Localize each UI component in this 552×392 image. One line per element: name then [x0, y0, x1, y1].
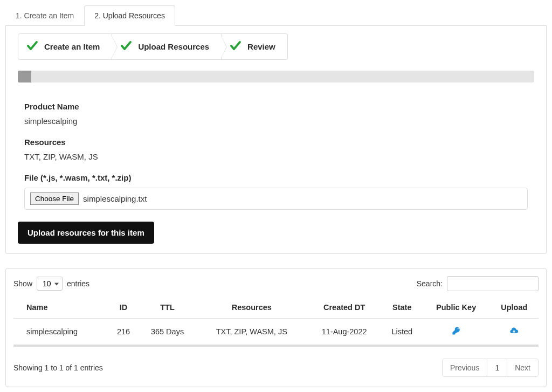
search-label: Search:: [417, 279, 443, 288]
upload-form: Product Name simplescalping Resources TX…: [6, 102, 546, 210]
pagination: Previous 1 Next: [442, 359, 539, 377]
product-name-label: Product Name: [24, 102, 528, 111]
col-resources[interactable]: Resources: [196, 297, 307, 319]
entries-select-wrap: 10: [37, 277, 63, 291]
check-icon: [229, 39, 242, 54]
col-upload[interactable]: Upload: [490, 297, 539, 319]
show-prefix: Show: [13, 279, 32, 288]
wizard-step-label: Review: [247, 42, 275, 51]
choose-file-button[interactable]: Choose File: [30, 192, 79, 205]
cell-upload: [490, 319, 539, 346]
cell-resources: TXT, ZIP, WASM, JS: [196, 319, 307, 346]
pager-next[interactable]: Next: [507, 359, 538, 376]
pager-previous[interactable]: Previous: [443, 359, 487, 376]
file-input-row: Choose File simplescalping.txt: [24, 188, 528, 210]
items-table-card: Show 10 entries Search: Name ID TTL Reso…: [5, 268, 547, 387]
progress-bar-fill: [18, 71, 31, 82]
cell-ttl: 365 Days: [139, 319, 196, 346]
pager-page-1[interactable]: 1: [487, 359, 507, 376]
cloud-upload-icon[interactable]: [509, 326, 519, 335]
cell-name: simplescalping: [13, 319, 108, 346]
col-created[interactable]: Created DT: [307, 297, 381, 319]
table-header-row: Name ID TTL Resources Created DT State P…: [13, 297, 539, 319]
col-public-key[interactable]: Public Key: [423, 297, 490, 319]
entries-length-control: Show 10 entries: [13, 277, 89, 291]
check-icon: [26, 39, 39, 54]
table-info: Showing 1 to 1 of 1 entries: [13, 363, 103, 372]
check-icon: [120, 39, 133, 54]
wizard-step-label: Create an Item: [44, 42, 100, 51]
tab-create-item[interactable]: 1. Create an Item: [5, 5, 84, 26]
wizard-step-label: Upload Resources: [138, 42, 209, 51]
file-label: File (*.js, *.wasm, *.txt, *.zip): [24, 173, 528, 182]
items-table: Name ID TTL Resources Created DT State P…: [13, 297, 539, 347]
col-ttl[interactable]: TTL: [139, 297, 196, 319]
cell-public-key: [423, 319, 490, 346]
key-icon[interactable]: [452, 326, 461, 335]
wizard-step-review[interactable]: Review: [222, 33, 288, 60]
progress-bar-area: [6, 71, 546, 90]
tab-upload-resources[interactable]: 2. Upload Resources: [84, 5, 175, 26]
chosen-file-name: simplescalping.txt: [83, 194, 147, 203]
cell-created: 11-Aug-2022: [307, 319, 381, 346]
col-name[interactable]: Name: [13, 297, 108, 319]
tab-panel: Create an Item Upload Resources Review P…: [5, 26, 547, 254]
col-id[interactable]: ID: [108, 297, 139, 319]
wizard-step-create[interactable]: Create an Item: [18, 33, 112, 60]
resources-label: Resources: [24, 137, 528, 147]
resources-value: TXT, ZIP, WASM, JS: [24, 152, 528, 161]
wizard-steps: Create an Item Upload Resources Review: [6, 26, 546, 71]
table-controls: Show 10 entries Search:: [13, 276, 539, 291]
wizard-step-upload[interactable]: Upload Resources: [112, 33, 222, 60]
table-footer: Showing 1 to 1 of 1 entries Previous 1 N…: [13, 356, 539, 377]
cell-state: Listed: [382, 319, 423, 346]
search-input[interactable]: [447, 276, 539, 291]
upload-resources-button[interactable]: Upload resources for this item: [18, 222, 154, 244]
show-suffix: entries: [67, 279, 89, 288]
table-search: Search:: [417, 276, 539, 291]
product-name-value: simplescalping: [24, 116, 528, 126]
entries-select[interactable]: 10: [37, 277, 63, 291]
cell-id: 216: [108, 319, 139, 346]
col-state[interactable]: State: [382, 297, 423, 319]
progress-bar: [18, 71, 534, 82]
tabs-bar: 1. Create an Item 2. Upload Resources: [5, 5, 547, 26]
table-row: simplescalping 216 365 Days TXT, ZIP, WA…: [13, 319, 539, 346]
